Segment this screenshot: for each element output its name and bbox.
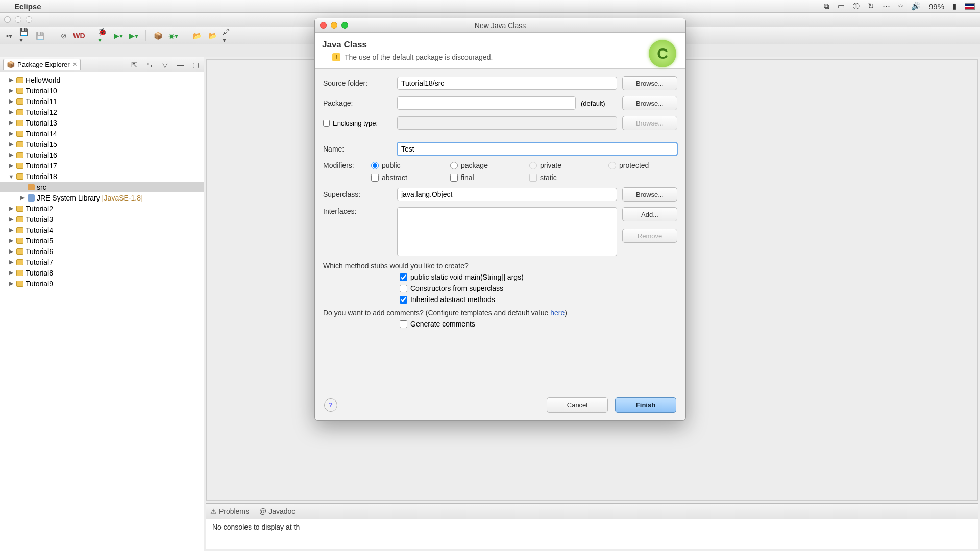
input-flag-icon[interactable] bbox=[965, 3, 975, 10]
generate-comments-checkbox[interactable] bbox=[400, 320, 407, 328]
expand-icon[interactable]: ▶ bbox=[8, 119, 14, 126]
tree-item[interactable]: ▶Tutorial9 bbox=[0, 278, 204, 289]
tree-item[interactable]: ▶Tutorial16 bbox=[0, 149, 204, 160]
expand-icon[interactable]: ▶ bbox=[8, 216, 14, 222]
minimize-icon[interactable]: — bbox=[175, 60, 185, 70]
modifier-public-radio[interactable] bbox=[371, 162, 379, 169]
tree-item[interactable]: ▶JRE System Library [JavaSE-1.8] bbox=[0, 192, 204, 203]
dialog-zoom-icon[interactable] bbox=[341, 22, 348, 29]
add-interface-button[interactable]: Add... bbox=[622, 207, 677, 221]
tree-item[interactable]: ▼Tutorial18 bbox=[0, 171, 204, 182]
dialog-minimize-icon[interactable] bbox=[331, 22, 337, 29]
save-all-icon[interactable]: 💾 bbox=[35, 31, 45, 41]
expand-icon[interactable]: ▶ bbox=[8, 141, 14, 147]
tree-item[interactable]: ▶Tutorial8 bbox=[0, 267, 204, 278]
minimize-window-btn[interactable] bbox=[15, 16, 21, 23]
expand-icon[interactable]: ▶ bbox=[8, 152, 14, 158]
browse-superclass-button[interactable]: Browse... bbox=[622, 187, 677, 202]
app-name[interactable]: Eclipse bbox=[14, 2, 41, 11]
tree-item[interactable]: ▶Tutorial2 bbox=[0, 203, 204, 214]
expand-icon[interactable]: ▶ bbox=[8, 280, 14, 287]
debug-icon[interactable]: 🐞▾ bbox=[98, 31, 108, 41]
expand-icon[interactable]: ▶ bbox=[8, 248, 14, 255]
zoom-window-btn[interactable] bbox=[26, 16, 32, 23]
cancel-button[interactable]: Cancel bbox=[547, 397, 608, 413]
modifier-abstract-checkbox[interactable] bbox=[371, 174, 379, 182]
tree-item[interactable]: ▶Tutorial5 bbox=[0, 235, 204, 246]
stub-inherited-checkbox[interactable] bbox=[400, 296, 407, 304]
search-icon[interactable]: 🖍▾ bbox=[223, 31, 233, 41]
expand-icon[interactable]: ▼ bbox=[8, 173, 14, 180]
close-icon[interactable]: ✕ bbox=[72, 61, 77, 68]
expand-icon[interactable]: ▶ bbox=[8, 130, 14, 137]
expand-icon[interactable]: ▶ bbox=[8, 227, 14, 233]
configure-templates-link[interactable]: here bbox=[550, 309, 565, 317]
open-type-icon[interactable]: 📂 bbox=[192, 31, 202, 41]
tree-item[interactable]: ▶Tutorial13 bbox=[0, 117, 204, 128]
interfaces-list[interactable] bbox=[397, 207, 617, 256]
dialog-close-icon[interactable] bbox=[320, 22, 327, 29]
display-icon[interactable]: ▭ bbox=[838, 2, 845, 11]
expand-icon[interactable]: ▶ bbox=[8, 259, 14, 265]
stub-constructors-checkbox[interactable] bbox=[400, 285, 407, 292]
tree-item[interactable]: ▶Tutorial7 bbox=[0, 257, 204, 267]
battery-icon[interactable]: ▮ bbox=[952, 2, 957, 11]
run-ext-icon[interactable]: ▶▾ bbox=[129, 31, 139, 41]
tree-item[interactable]: src bbox=[0, 182, 204, 192]
collapse-all-icon[interactable]: ⇱ bbox=[129, 60, 139, 70]
source-folder-input[interactable] bbox=[397, 77, 617, 90]
project-tree[interactable]: ▶HelloWorld▶Tutorial10▶Tutorial11▶Tutori… bbox=[0, 72, 204, 551]
expand-icon[interactable]: ▶ bbox=[8, 162, 14, 169]
maximize-icon[interactable]: ▢ bbox=[190, 60, 201, 70]
expand-icon[interactable]: ▶ bbox=[8, 205, 14, 212]
open-task-icon[interactable]: 📂 bbox=[207, 31, 217, 41]
tree-item[interactable]: ▶Tutorial11 bbox=[0, 96, 204, 107]
timemachine-icon[interactable]: ↻ bbox=[868, 2, 874, 11]
modifier-package-radio[interactable] bbox=[450, 162, 458, 169]
tree-item[interactable]: ▶Tutorial3 bbox=[0, 214, 204, 224]
expand-icon[interactable]: ▶ bbox=[8, 77, 14, 83]
expand-icon[interactable]: ▶ bbox=[8, 269, 14, 276]
volume-icon[interactable]: 🔊 bbox=[911, 2, 921, 11]
accessibility-icon[interactable]: ➀ bbox=[853, 2, 860, 11]
package-explorer-tab[interactable]: 📦 Package Explorer ✕ bbox=[3, 59, 81, 70]
tree-item[interactable]: ▶Tutorial6 bbox=[0, 246, 204, 257]
tree-item[interactable]: ▶Tutorial12 bbox=[0, 107, 204, 117]
new-icon[interactable]: ▪▾ bbox=[4, 31, 14, 41]
name-input[interactable] bbox=[397, 142, 677, 156]
package-input[interactable] bbox=[397, 96, 576, 110]
expand-icon[interactable]: ▶ bbox=[8, 87, 14, 94]
browse-source-button[interactable]: Browse... bbox=[622, 76, 677, 90]
wifi-icon[interactable]: ⌔ bbox=[898, 2, 903, 11]
screen-record-icon[interactable]: ⧉ bbox=[824, 2, 829, 11]
tree-item[interactable]: ▶HelloWorld bbox=[0, 74, 204, 85]
superclass-input[interactable] bbox=[397, 188, 617, 201]
tree-item[interactable]: ▶Tutorial17 bbox=[0, 160, 204, 171]
expand-icon[interactable]: ▶ bbox=[8, 237, 14, 244]
stub-main-checkbox[interactable] bbox=[400, 273, 407, 281]
browse-package-button[interactable]: Browse... bbox=[622, 96, 677, 110]
new-package-icon[interactable]: 📦 bbox=[153, 31, 163, 41]
dialog-titlebar[interactable]: New Java Class bbox=[315, 18, 685, 33]
expand-icon[interactable]: ▶ bbox=[8, 109, 14, 115]
modifier-final-checkbox[interactable] bbox=[450, 174, 458, 182]
problems-tab[interactable]: ⚠ Problems bbox=[210, 507, 249, 515]
finish-button[interactable]: Finish bbox=[615, 397, 676, 413]
bluetooth-icon[interactable]: ⋯ bbox=[883, 2, 890, 11]
save-icon[interactable]: 💾▾ bbox=[19, 31, 30, 41]
run-icon[interactable]: ▶▾ bbox=[113, 31, 124, 41]
expand-icon[interactable]: ▶ bbox=[8, 98, 14, 105]
tree-item[interactable]: ▶Tutorial15 bbox=[0, 139, 204, 149]
expand-icon[interactable]: ▶ bbox=[19, 194, 26, 201]
tree-item[interactable]: ▶Tutorial14 bbox=[0, 128, 204, 139]
tree-item[interactable]: ▶Tutorial10 bbox=[0, 85, 204, 96]
new-class-icon[interactable]: ◉▾ bbox=[168, 31, 178, 41]
tree-item[interactable]: ▶Tutorial4 bbox=[0, 224, 204, 235]
enclosing-type-checkbox[interactable] bbox=[323, 120, 330, 127]
skip-breakpoints-icon[interactable]: ⊘ bbox=[59, 31, 69, 41]
view-menu-icon[interactable]: ▽ bbox=[160, 60, 170, 70]
close-window-btn[interactable] bbox=[4, 16, 11, 23]
link-editor-icon[interactable]: ⇆ bbox=[144, 60, 155, 70]
help-icon[interactable]: ? bbox=[324, 398, 337, 412]
battery-percent[interactable]: 99% bbox=[929, 2, 944, 11]
